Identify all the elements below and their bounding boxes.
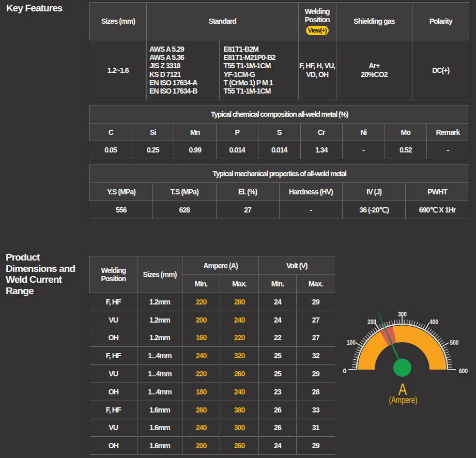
- svg-text:400: 400: [429, 318, 438, 326]
- svg-text:0: 0: [343, 368, 347, 375]
- svg-text:(Ampere): (Ampere): [389, 394, 418, 405]
- svg-text:600: 600: [459, 368, 468, 375]
- svg-text:300: 300: [398, 311, 407, 318]
- svg-text:500: 500: [450, 339, 459, 346]
- svg-text:100: 100: [347, 339, 356, 346]
- svg-text:200: 200: [367, 318, 376, 326]
